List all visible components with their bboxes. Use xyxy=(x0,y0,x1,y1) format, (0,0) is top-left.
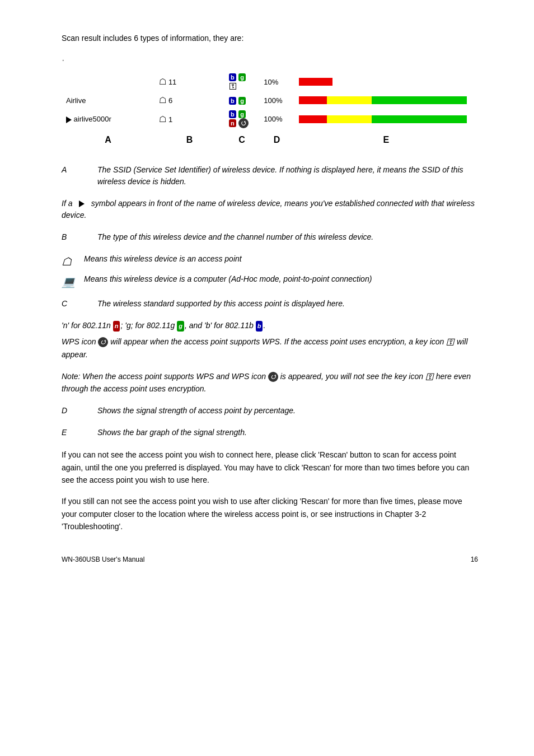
bar-red xyxy=(299,78,332,86)
ap-description: Means this wireless device is an access … xyxy=(84,253,242,265)
ap-icon-line: ☖ Means this wireless device is an acces… xyxy=(62,253,478,270)
intro-text: Scan result includes 6 types of informat… xyxy=(62,34,478,43)
bar-red xyxy=(299,96,327,104)
section-e-text: E Shows the bar graph of the signal stre… xyxy=(62,427,478,438)
badge-g: g xyxy=(238,110,246,118)
section-a2: If a symbol appears in front of the name… xyxy=(62,198,478,221)
scan-table-wrapper: ☖ 11 b g ⚿ 10% Airlive ☖ xyxy=(62,71,478,147)
table-row: Airlive ☖ 6 b g 100% xyxy=(62,93,478,108)
wps-badge: ⭯ xyxy=(238,118,249,128)
wps-icon-inline: ⭯ xyxy=(98,337,108,347)
column-label-row: A B C D E xyxy=(62,130,478,147)
col-label-d: D xyxy=(259,130,294,147)
cell-pct: 10% xyxy=(259,71,294,93)
channel-num: 6 xyxy=(168,96,172,105)
section-b-content: The type of this wireless device and the… xyxy=(97,231,477,243)
divider-dot: · xyxy=(62,54,478,65)
section-letter-b: B xyxy=(62,231,95,243)
bar-yellow xyxy=(327,115,372,123)
col-label-e: E xyxy=(294,130,478,147)
badge-b-inline: b xyxy=(256,321,263,332)
cell-bar xyxy=(294,108,478,130)
ap-symbol-icon: ☖ xyxy=(62,253,84,270)
c-detail-line2: WPS icon ⭯ will appear when the access p… xyxy=(62,336,478,361)
cell-pct: 100% xyxy=(259,93,294,108)
cell-channel: ☖ 1 xyxy=(154,108,224,130)
signal-bar xyxy=(299,96,474,104)
col-label-b: B xyxy=(154,130,224,147)
cell-pct: 100% xyxy=(259,108,294,130)
badge-g-inline: g xyxy=(177,321,184,332)
footer-left: WN-360USB User's Manual xyxy=(62,556,144,563)
badge-b: b xyxy=(229,110,236,118)
cell-std: b g n ⭯ xyxy=(224,108,259,130)
computer-icon-line: 💻 Means this wireless device is a comput… xyxy=(62,273,478,290)
cell-bar xyxy=(294,93,478,108)
section-c-content: The wireless standard supported by this … xyxy=(97,298,477,310)
section-e: E Shows the bar graph of the signal stre… xyxy=(62,427,478,438)
col-label-a: A xyxy=(62,130,154,147)
paragraph-1: If you can not see the access point you … xyxy=(62,449,478,486)
scan-table: ☖ 11 b g ⚿ 10% Airlive ☖ xyxy=(62,71,478,147)
footer-right: 16 xyxy=(471,556,478,563)
section-letter-a: A xyxy=(62,164,95,176)
badge-b: b xyxy=(229,73,236,81)
section-d-content: Shows the signal strength of access poin… xyxy=(97,405,477,417)
section-d: D Shows the signal strength of access po… xyxy=(62,405,478,417)
badge-n: n xyxy=(229,119,236,127)
section-e-content: Shows the bar graph of the signal streng… xyxy=(97,427,477,438)
paragraph-2: If you still can not see the access poin… xyxy=(62,495,478,533)
cell-channel: ☖ 6 xyxy=(154,93,224,108)
cell-std: b g xyxy=(224,93,259,108)
wps-icon-note: ⭯ xyxy=(268,372,278,382)
arrow-right-icon xyxy=(79,200,85,207)
cell-ssid xyxy=(62,71,154,93)
c-detail-line1: 'n' for 802.11n n; 'g; for 802.11g g, an… xyxy=(62,320,478,332)
section-a-text: A The SSID (Service Set Identifier) of w… xyxy=(62,164,478,188)
channel-num: 1 xyxy=(168,115,172,124)
section-c-detail: 'n' for 802.11n n; 'g; for 802.11g g, an… xyxy=(62,320,478,361)
badge-g: g xyxy=(238,73,246,81)
table-row: airlive5000r ☖ 1 b g n ⭯ 100% xyxy=(62,108,478,130)
if-a-text: If a xyxy=(62,199,72,208)
section-a: A The SSID (Service Set Identifier) of w… xyxy=(62,164,478,188)
cell-ssid: Airlive xyxy=(62,93,154,108)
bar-yellow xyxy=(327,96,372,104)
computer-description: Means this wireless device is a computer… xyxy=(84,273,372,285)
bar-red xyxy=(299,115,327,123)
key-icon: ⚿ xyxy=(229,81,237,91)
section-a2-rest: symbol appears in front of the name of w… xyxy=(62,199,475,220)
col-label-c: C xyxy=(224,130,259,147)
badge-g: g xyxy=(238,97,246,105)
signal-bar xyxy=(299,78,474,86)
cell-bar xyxy=(294,71,478,93)
bar-green xyxy=(372,115,467,123)
connected-arrow-icon xyxy=(66,116,72,123)
section-letter-c: C xyxy=(62,298,95,310)
computer-symbol-icon: 💻 xyxy=(62,273,84,290)
table-row: ☖ 11 b g ⚿ 10% xyxy=(62,71,478,93)
note-text: Note: When the access point supports WPS… xyxy=(62,371,478,395)
key-icon-note: ⚿ xyxy=(425,371,434,384)
section-a-content: The SSID (Service Set Identifier) of wir… xyxy=(97,164,477,188)
ap-icon: ☖ xyxy=(159,77,166,87)
section-b: B The type of this wireless device and t… xyxy=(62,231,478,243)
badge-b: b xyxy=(229,97,236,105)
section-c: C The wireless standard supported by thi… xyxy=(62,298,478,310)
signal-bar xyxy=(299,115,474,123)
section-d-text: D Shows the signal strength of access po… xyxy=(62,405,478,417)
section-c-text: C The wireless standard supported by thi… xyxy=(62,298,478,310)
section-b-text: B The type of this wireless device and t… xyxy=(62,231,478,243)
ap-icon: ☖ xyxy=(159,114,166,124)
section-letter-d: D xyxy=(62,405,95,417)
section-note: Note: When the access point supports WPS… xyxy=(62,371,478,395)
ap-icon: ☖ xyxy=(159,95,166,105)
channel-num: 11 xyxy=(168,78,176,86)
footer-left-text: WN-360USB User's Manual xyxy=(62,556,144,563)
footer: WN-360USB User's Manual 16 xyxy=(62,556,478,563)
cell-std: b g ⚿ xyxy=(224,71,259,93)
cell-channel: ☖ 11 xyxy=(154,71,224,93)
badge-n-inline: n xyxy=(113,321,120,332)
cell-ssid: airlive5000r xyxy=(62,108,154,130)
bar-green xyxy=(372,96,467,104)
